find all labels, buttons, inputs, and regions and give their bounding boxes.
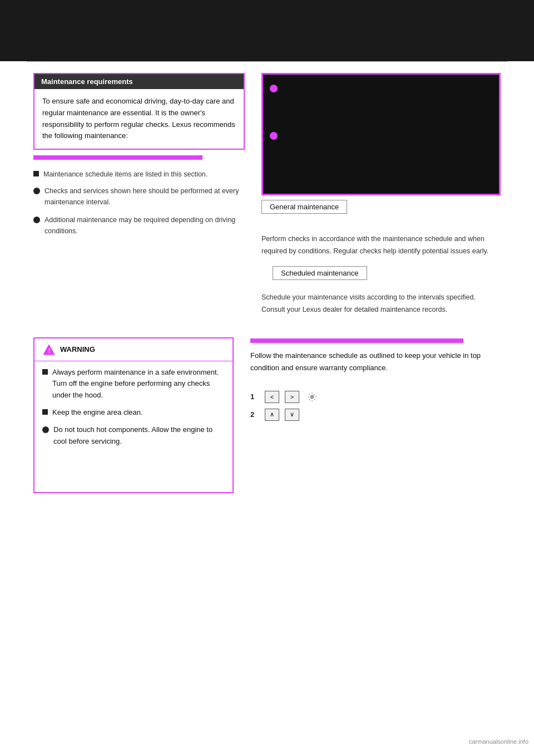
nav-down-button[interactable]: ∨ xyxy=(285,409,299,421)
sched-maint-wrapper: Scheduled maintenance xyxy=(261,266,501,286)
img-dot-1 xyxy=(270,85,278,92)
general-maint-wrapper: General maintenance xyxy=(261,200,501,224)
scheduled-maintenance-label: Scheduled maintenance xyxy=(273,266,367,280)
right-lower: Follow the maintenance schedule as outli… xyxy=(250,337,501,426)
nav-row1-label: 1 xyxy=(250,392,259,401)
right-lower-text: Follow the maintenance schedule as outli… xyxy=(250,350,501,374)
warning-header: ! WARNING xyxy=(34,338,233,361)
bullet-text-3: Additional maintenance may be required d… xyxy=(44,214,245,237)
upper-two-col: Maintenance requirements To ensure safe … xyxy=(33,73,501,321)
gear-icon xyxy=(307,392,317,402)
warn-item-2: Keep the engine area clean. xyxy=(42,407,225,419)
right-body-text-1: Perform checks in accordance with the ma… xyxy=(261,233,501,257)
nav-row-1: 1 < > xyxy=(250,391,501,403)
square-bullet-icon-1 xyxy=(33,171,39,176)
warn-bullet-sq-2 xyxy=(42,409,48,415)
right-lower-bar xyxy=(250,338,463,343)
warning-box: ! WARNING Always perform maintenance in … xyxy=(33,337,234,493)
nav-prev-button[interactable]: < xyxy=(265,391,279,403)
warning-title: WARNING xyxy=(60,345,95,354)
nav-up-button[interactable]: ∧ xyxy=(265,409,279,421)
nav-row-2: 2 ∧ ∨ xyxy=(250,409,501,421)
main-content: Maintenance requirements To ensure safe … xyxy=(0,62,534,516)
circle-bullet-icon-2 xyxy=(33,188,40,194)
warn-text-1: Always perform maintenance in a safe env… xyxy=(52,367,225,401)
right-col: General maintenance Perform checks in ac… xyxy=(261,73,501,321)
warn-item-3: Do not touch hot components. Allow the e… xyxy=(42,424,225,448)
maint-req-title: Maintenance requirements xyxy=(34,74,244,89)
partial-bar xyxy=(33,155,202,160)
warning-triangle-icon: ! xyxy=(42,343,56,356)
left-col: Maintenance requirements To ensure safe … xyxy=(33,73,245,240)
maintenance-req-box: Maintenance requirements To ensure safe … xyxy=(33,73,245,150)
image-placeholder xyxy=(261,73,501,195)
svg-text:!: ! xyxy=(48,347,51,354)
maint-req-body: To ensure safe and economical driving, d… xyxy=(34,89,244,149)
warn-bullet-circle-1 xyxy=(42,426,49,433)
page-container: Maintenance requirements To ensure safe … xyxy=(0,0,534,756)
warn-bullet-sq-1 xyxy=(42,369,48,375)
warn-text-3: Do not touch hot components. Allow the e… xyxy=(53,424,225,448)
lower-section: ! WARNING Always perform maintenance in … xyxy=(33,337,501,493)
top-bar xyxy=(0,0,534,61)
img-dot-2 xyxy=(270,132,278,140)
warning-body: Always perform maintenance in a safe env… xyxy=(34,361,233,456)
circle-bullet-icon-3 xyxy=(33,217,40,223)
nav-row2-label: 2 xyxy=(250,410,259,419)
bullet-item-3: Additional maintenance may be required d… xyxy=(33,214,245,237)
warn-text-2: Keep the engine area clean. xyxy=(52,407,143,419)
nav-next-button[interactable]: > xyxy=(285,391,299,403)
bullet-item-2: Checks and services shown here should be… xyxy=(33,185,245,208)
bullet-text-1: Maintenance schedule items are listed in… xyxy=(43,169,207,180)
svg-point-2 xyxy=(311,396,314,399)
bullet-text-2: Checks and services shown here should be… xyxy=(44,185,245,208)
warn-item-1: Always perform maintenance in a safe env… xyxy=(42,367,225,401)
general-maintenance-label: General maintenance xyxy=(261,200,347,214)
right-body-text-2: Schedule your maintenance visits accordi… xyxy=(261,291,501,316)
bullet-item-1: Maintenance schedule items are listed in… xyxy=(33,169,245,180)
watermark: carmanualsonline.info xyxy=(469,738,528,745)
